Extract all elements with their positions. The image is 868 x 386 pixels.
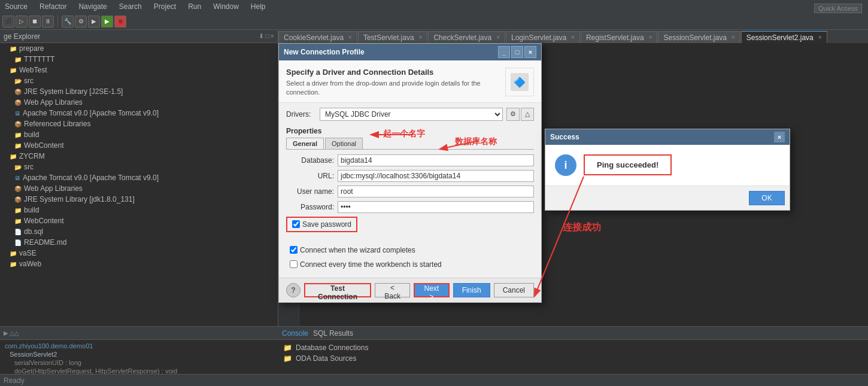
success-close-btn[interactable]: ×	[774, 132, 785, 142]
toolbar-btn-1[interactable]: ⬛	[2, 16, 14, 28]
tree-item-webcontent[interactable]: 📁 WebContent	[0, 140, 278, 151]
close-icon[interactable]: ×	[348, 34, 352, 41]
toolbar-btn-3[interactable]: ⏹	[29, 16, 41, 28]
tree-item-zycrm-src[interactable]: 📂 src	[0, 162, 278, 172]
dialog-close-btn[interactable]: ×	[524, 46, 536, 58]
tree-item-ttttttt[interactable]: 📁 TTTTTTT	[0, 54, 278, 65]
menu-refactor[interactable]: Refactor	[37, 1, 69, 12]
driver-add-btn[interactable]: △	[521, 108, 534, 121]
tab-session-servlet2[interactable]: SessionServlet2.java ×	[741, 31, 827, 43]
menu-run[interactable]: Run	[186, 1, 204, 12]
toolbar-btn-9[interactable]: 🐞	[114, 16, 126, 28]
finish-button[interactable]: Finish	[453, 283, 490, 297]
dialog-header: Specify a Driver and Connection Details …	[279, 60, 541, 103]
tree-item-vaweb[interactable]: 📁 vaWeb	[0, 259, 278, 269]
back-button[interactable]: < Back	[375, 283, 410, 297]
toolbar-btn-2[interactable]: ▷	[16, 16, 28, 28]
save-password-checkbox[interactable]	[292, 220, 300, 228]
maximize-icon[interactable]: □	[265, 32, 269, 40]
menu-navigate[interactable]: Navigate	[76, 1, 109, 12]
next-button[interactable]: Next >	[414, 283, 450, 297]
tree-item-db-sql[interactable]: 📄 db.sql	[0, 226, 278, 237]
tree-label: prepare	[19, 44, 44, 53]
tab-login-servlet[interactable]: LoginServlet.java ×	[506, 31, 580, 43]
cancel-button[interactable]: Cancel	[494, 283, 534, 297]
toolbar-btn-8[interactable]: ▶	[101, 16, 113, 28]
tree-label: db.sql	[24, 227, 43, 236]
driver-settings-btn[interactable]: ⚙	[506, 108, 520, 121]
close-icon[interactable]: ×	[649, 34, 652, 41]
tree-item-zycrm-webapp[interactable]: 📦 Web App Libraries	[0, 183, 278, 194]
help-button[interactable]: ?	[286, 283, 301, 297]
tree-item-tomcat[interactable]: 🖥 Apache Tomcat v9.0 [Apache Tomcat v9.0…	[0, 108, 278, 118]
toolbar-btn-6[interactable]: ⚙	[75, 16, 87, 28]
tree-item-jre[interactable]: 📦 JRE System Library [J2SE-1.5]	[0, 86, 278, 97]
database-input[interactable]	[338, 154, 534, 166]
panel-icons: ⬇ □ ×	[259, 32, 274, 40]
toolbar-btn-7[interactable]: ▶	[88, 16, 100, 28]
connect-every-checkbox[interactable]	[290, 260, 298, 268]
tab-check-servlet[interactable]: CheckServlet.java ×	[428, 31, 505, 43]
tab-regist-servlet[interactable]: RegistServlet.java ×	[581, 31, 658, 43]
sql-results-tab[interactable]: SQL Results	[313, 329, 353, 338]
dialog-maximize-btn[interactable]: □	[511, 46, 523, 58]
menu-window[interactable]: Window	[211, 1, 241, 12]
close-icon[interactable]: ×	[496, 34, 500, 41]
minimize-icon[interactable]: ⬇	[259, 32, 264, 40]
toolbar-btn-5[interactable]: 🔧	[62, 16, 74, 28]
menu-help[interactable]: Help	[248, 1, 268, 12]
tree-item-zycrm-build[interactable]: 📁 build	[0, 205, 278, 215]
db-connections-item[interactable]: 📁 Database Connections	[283, 342, 863, 353]
tree-item-prepare[interactable]: 📁 prepare	[0, 43, 278, 54]
tab-label: SessionServlet2.java	[746, 34, 814, 42]
tree-item-zycrm-jre[interactable]: 📦 JRE System Library [jdk1.8.0_131]	[0, 194, 278, 205]
toolbar-btn-4[interactable]: ⏸	[42, 16, 54, 28]
oda-datasources-item[interactable]: 📁 ODA Data Sources	[283, 353, 863, 364]
tree-item-webapp-lib[interactable]: 📦 Web App Libraries	[0, 97, 278, 108]
tree-label: Apache Tomcat v9.0 [Apache Tomcat v9.0]	[23, 174, 159, 182]
dialog-minimize-btn[interactable]: _	[498, 46, 510, 58]
menu-source[interactable]: Source	[2, 1, 30, 12]
close-icon[interactable]: ×	[732, 34, 735, 41]
tree-item-webtest[interactable]: 📁 WebTest	[0, 65, 278, 75]
tree-item-build[interactable]: 📁 build	[0, 129, 278, 140]
tree-item-readme[interactable]: 📄 README.md	[0, 237, 278, 248]
tab-cookie-servlet[interactable]: CookieServlet.java ×	[278, 31, 357, 43]
ok-button[interactable]: OK	[749, 191, 785, 205]
tree-item-reflibs[interactable]: 📦 Referenced Libraries	[0, 118, 278, 129]
tab-optional[interactable]: Optional	[325, 138, 363, 149]
tree-item-zycrm-tomcat[interactable]: 🖥 Apache Tomcat v9.0 [Apache Tomcat v9.0…	[0, 172, 278, 183]
dialog-description: Select a driver from the drop-down and p…	[286, 79, 498, 98]
tab-session-servlet[interactable]: SessionServlet.java ×	[658, 31, 740, 43]
close-icon[interactable]: ×	[419, 34, 423, 41]
close-icon[interactable]: ×	[818, 34, 822, 41]
close-panel-icon[interactable]: ×	[271, 32, 274, 40]
tree-label: JRE System Library [jdk1.8.0_131]	[24, 195, 135, 203]
tree-item-zycrm[interactable]: 📁 ZYCRM	[0, 151, 278, 162]
menu-project[interactable]: Project	[151, 1, 178, 12]
username-row: User name:	[286, 186, 534, 197]
folder-icon: 📁	[10, 261, 17, 268]
folder-icon: 📁	[283, 354, 292, 363]
connect-every-label: Connect every time the workbench is star…	[300, 260, 442, 269]
test-connection-button[interactable]: Test Connection	[304, 283, 371, 297]
tab-test-servlet[interactable]: TestServlet.java ×	[358, 31, 428, 43]
tree-item-src[interactable]: 📂 src	[0, 75, 278, 86]
save-password-checkbox-row[interactable]: Save password	[286, 217, 357, 232]
footer-left: ?	[286, 283, 301, 297]
url-input[interactable]	[338, 170, 534, 182]
menu-search[interactable]: Search	[117, 1, 144, 12]
password-input[interactable]	[338, 201, 534, 213]
console-tab[interactable]: Console	[282, 329, 308, 338]
username-input[interactable]	[338, 186, 534, 197]
tree-item-zycrm-webcontent[interactable]: 📁 WebContent	[0, 215, 278, 226]
info-icon: i	[555, 154, 576, 176]
server-icon: 🖥	[14, 110, 20, 117]
expand-icon2: △△	[10, 330, 19, 336]
tab-general[interactable]: General	[286, 138, 324, 149]
datasources-tabs: Console SQL Results	[278, 327, 868, 340]
close-icon[interactable]: ×	[571, 34, 575, 41]
connect-when-checkbox[interactable]	[290, 246, 298, 254]
drivers-select[interactable]: MySQL JDBC Driver	[320, 108, 503, 121]
tree-item-vase[interactable]: 📁 vaSE	[0, 248, 278, 259]
